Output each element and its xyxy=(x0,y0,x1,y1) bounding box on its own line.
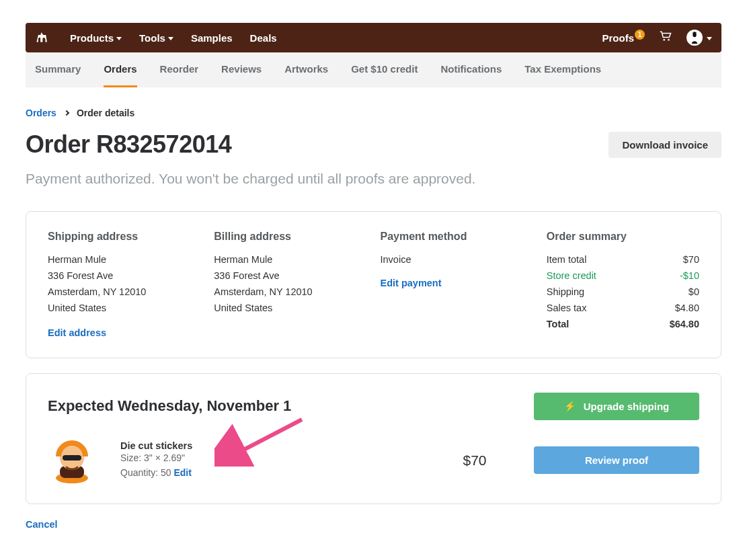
avatar xyxy=(686,30,703,46)
shipping-address-title: Shipping address xyxy=(48,231,200,243)
chevron-down-icon xyxy=(168,37,173,40)
payment-method-value: Invoice xyxy=(381,252,533,268)
proofs-badge: 1 xyxy=(635,30,645,40)
tab-reorder[interactable]: Reorder xyxy=(160,52,199,87)
summary-tax-value: $4.80 xyxy=(675,301,699,317)
svg-point-0 xyxy=(663,39,665,41)
logo-icon[interactable] xyxy=(35,31,52,44)
edit-address-link[interactable]: Edit address xyxy=(48,327,106,338)
payment-status: Payment authorized. You won't be charged… xyxy=(26,171,721,187)
edit-quantity-link[interactable]: Edit xyxy=(173,467,191,478)
tab-get-10-credit[interactable]: Get $10 credit xyxy=(351,52,418,87)
chevron-down-icon xyxy=(116,37,122,40)
summary-tax-label: Sales tax xyxy=(547,301,587,317)
tab-summary[interactable]: Summary xyxy=(35,52,81,87)
cart-icon[interactable] xyxy=(660,31,672,44)
summary-credit-label: Store credit xyxy=(547,268,596,284)
tab-orders[interactable]: Orders xyxy=(104,52,136,87)
shipping-name: Herman Mule xyxy=(48,252,200,268)
summary-item-total-label: Item total xyxy=(547,252,587,268)
summary-shipping-label: Shipping xyxy=(547,284,584,301)
svg-point-1 xyxy=(668,39,670,41)
shipping-country: United States xyxy=(48,301,200,317)
page-title: Order R832572014 xyxy=(26,130,231,159)
upgrade-shipping-button[interactable]: ⚡ Upgrade shipping xyxy=(534,393,699,420)
billing-line1: 336 Forest Ave xyxy=(214,268,366,284)
summary-total-label: Total xyxy=(547,317,569,333)
nav-samples[interactable]: Samples xyxy=(191,32,233,44)
payment-method-title: Payment method xyxy=(381,231,533,243)
chevron-right-icon xyxy=(64,110,69,116)
review-proof-button[interactable]: Review proof xyxy=(534,446,699,474)
summary-total-value: $64.80 xyxy=(670,317,699,333)
breadcrumb: Orders Order details xyxy=(26,108,721,118)
download-invoice-button[interactable]: Download invoice xyxy=(608,132,721,158)
item-name: Die cut stickers xyxy=(120,440,416,451)
nav-tools[interactable]: Tools xyxy=(139,32,173,44)
order-summary-title: Order summary xyxy=(547,231,699,243)
account-menu[interactable] xyxy=(686,30,712,46)
item-thumbnail xyxy=(48,436,96,485)
svg-rect-6 xyxy=(63,455,81,461)
item-quantity: Quantity: 50 xyxy=(120,467,171,478)
tab-artworks[interactable]: Artworks xyxy=(284,52,328,87)
billing-name: Herman Mule xyxy=(214,252,366,268)
billing-line2: Amsterdam, NY 12010 xyxy=(214,284,366,301)
item-size: Size: 3" × 2.69" xyxy=(120,451,416,466)
summary-item-total-value: $70 xyxy=(683,252,699,268)
account-tabs: SummaryOrdersReorderReviewsArtworksGet $… xyxy=(26,52,721,87)
item-price: $70 xyxy=(428,452,522,469)
tab-notifications[interactable]: Notifications xyxy=(440,52,502,87)
billing-address-title: Billing address xyxy=(214,231,366,243)
tab-tax-exemptions[interactable]: Tax Exemptions xyxy=(524,52,601,87)
expected-delivery: Expected Wednesday, November 1 xyxy=(48,397,291,415)
chevron-down-icon xyxy=(707,37,712,40)
billing-country: United States xyxy=(214,301,366,317)
cancel-link[interactable]: Cancel xyxy=(26,519,58,530)
nav-deals[interactable]: Deals xyxy=(250,32,277,44)
tab-reviews[interactable]: Reviews xyxy=(221,52,262,87)
edit-payment-link[interactable]: Edit payment xyxy=(381,278,442,288)
nav-products[interactable]: Products xyxy=(70,32,122,44)
shipping-line1: 336 Forest Ave xyxy=(48,268,200,284)
breadcrumb-orders[interactable]: Orders xyxy=(26,108,56,118)
summary-credit-value: -$10 xyxy=(680,268,699,284)
bolt-icon: ⚡ xyxy=(564,401,576,411)
summary-shipping-value: $0 xyxy=(689,284,699,301)
nav-proofs[interactable]: Proofs 1 xyxy=(602,32,645,44)
breadcrumb-current: Order details xyxy=(77,108,134,118)
shipping-line2: Amsterdam, NY 12010 xyxy=(48,284,200,301)
